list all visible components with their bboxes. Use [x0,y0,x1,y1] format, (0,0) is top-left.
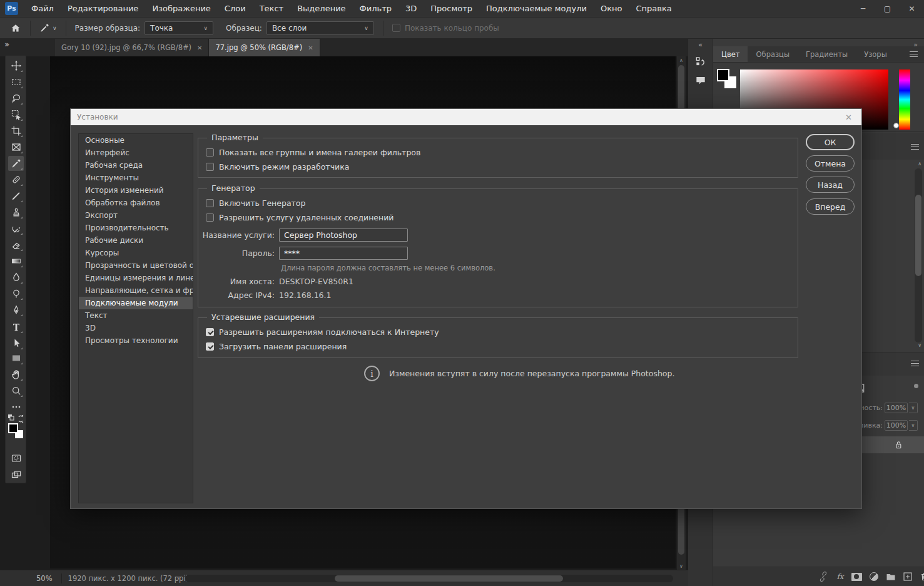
new-group-icon[interactable] [885,571,896,582]
blur-tool[interactable] [8,270,24,285]
menu-11[interactable]: Справка [629,0,678,18]
panel-scrollbar[interactable] [915,168,922,342]
tab-close-icon[interactable]: ✕ [197,44,202,51]
checkbox-option[interactable]: Разрешить расширениям подключаться к Инт… [198,325,798,339]
menu-4[interactable]: Текст [253,0,291,18]
sidebar-item[interactable]: Рабочие диски [79,234,193,247]
quick-mask-button[interactable] [8,451,24,466]
foreground-color-swatch[interactable] [717,69,729,81]
ok-button[interactable]: ОК [806,134,855,150]
chevron-down-icon[interactable]: ∨ [53,25,57,31]
opacity-value[interactable]: 100% [885,403,908,413]
dialog-close-icon[interactable]: ✕ [842,113,855,122]
document-tab[interactable]: Gory 10 (92).jpg @ 66,7% (RGB/8#)✕ [55,39,209,56]
menu-7[interactable]: 3D [399,0,424,18]
lasso-tool[interactable] [8,91,24,106]
gradient-tool[interactable] [8,254,24,269]
menu-10[interactable]: Окно [594,0,629,18]
scroll-left-icon[interactable]: ‹ [177,573,180,582]
scrollbar-thumb[interactable] [915,195,921,276]
sidebar-item[interactable]: Направляющие, сетка и фрагменты [79,284,193,297]
forward-button[interactable]: Вперед [806,198,855,215]
sidebar-item[interactable]: Прозрачность и цветовой охват [79,259,193,272]
menu-8[interactable]: Просмотр [424,0,479,18]
checkbox-icon[interactable] [206,199,214,207]
toolbar-collapse-icon[interactable]: » [4,40,9,49]
hue-strip[interactable] [899,69,910,130]
scroll-down-icon[interactable]: ∨ [918,342,921,348]
back-button[interactable]: Назад [806,177,855,193]
scrollbar-thumb[interactable] [335,575,563,582]
horizontal-scrollbar[interactable] [185,575,673,582]
checkbox-option[interactable]: Показать все группы и имена галереи филь… [198,145,798,160]
eyedropper-tool[interactable] [8,156,24,171]
move-tool[interactable] [8,58,24,73]
sidebar-item[interactable]: Экспорт [79,209,193,222]
add-layer-mask-icon[interactable] [851,571,862,582]
hue-slider-marker[interactable] [893,123,899,128]
fill-value[interactable]: 100% [885,420,908,431]
sidebar-item[interactable]: Рабочая среда [79,159,193,172]
delete-layer-icon[interactable] [919,571,924,582]
home-icon[interactable] [10,23,21,34]
tab-close-icon[interactable]: ✕ [308,44,313,51]
checkbox-icon[interactable] [206,163,214,171]
dodge-tool[interactable] [8,286,24,301]
zoom-tool[interactable] [8,383,24,398]
sidebar-item[interactable]: История изменений [79,184,193,197]
sidebar-item[interactable]: Обработка файлов [79,197,193,209]
hand-tool[interactable] [8,367,24,382]
type-tool[interactable] [8,319,24,334]
screen-mode-button[interactable] [8,468,24,483]
adjustment-layer-icon[interactable] [868,571,880,582]
eyedropper-tool-options[interactable]: ∨ [39,23,57,33]
link-layers-icon[interactable] [818,571,829,582]
path-selection-tool[interactable] [8,336,24,351]
rectangular-marquee-tool[interactable] [8,75,24,90]
menu-5[interactable]: Выделение [290,0,352,18]
panel-menu-icon[interactable] [911,144,919,150]
panel-tab-образцы[interactable]: Образцы [748,46,798,62]
edit-toolbar-button[interactable] [8,399,24,414]
sidebar-item[interactable]: Подключаемые модули [79,297,193,309]
checkbox-option[interactable]: Включить Генератор [198,196,798,210]
chevron-down-icon[interactable]: ∨ [909,420,918,431]
document-tab[interactable]: 77.jpg @ 50% (RGB/8#)✕ [209,39,320,56]
probe-ring-checkbox[interactable]: Показать кольцо пробы [392,24,499,33]
frame-tool[interactable] [8,140,24,155]
sidebar-item[interactable]: Производительность [79,222,193,234]
scroll-down-icon[interactable]: ∨ [677,562,686,570]
checkbox-icon[interactable] [206,342,214,351]
menu-6[interactable]: Фильтр [353,0,399,18]
foreground-color-swatch[interactable] [8,423,18,433]
menu-3[interactable]: Слои [218,0,253,18]
checkbox-icon[interactable] [206,148,214,157]
history-brush-tool[interactable] [8,221,24,236]
chevron-down-icon[interactable]: ∨ [909,403,918,413]
panel-tab-цвет[interactable]: Цвет [713,46,748,62]
scroll-up-icon[interactable]: ∧ [918,161,921,167]
menu-0[interactable]: Файл [24,0,61,18]
rectangle-shape-tool[interactable] [8,351,24,366]
sidebar-item[interactable]: Интерфейс [79,146,193,159]
new-layer-icon[interactable] [902,571,913,582]
checkbox-icon[interactable] [206,213,214,222]
checkbox-icon[interactable] [392,24,400,32]
crop-tool[interactable] [8,123,24,138]
sample-size-select[interactable]: Точка ∨ [145,21,213,35]
password-input[interactable]: **** [279,247,408,260]
checkbox-option[interactable]: Разрешить услугу удаленных соединений [198,210,798,225]
sidebar-item[interactable]: Курсоры [79,247,193,259]
quick-selection-tool[interactable] [8,107,24,122]
menu-9[interactable]: Подключаемые модули [479,0,594,18]
brush-tool[interactable] [8,188,24,203]
checkbox-option[interactable]: Включить режим разработчика [198,160,798,174]
sidebar-item[interactable]: Текст [79,309,193,322]
history-panel-icon[interactable] [694,55,707,68]
dialog-titlebar[interactable]: Установки ✕ [71,109,861,125]
maximize-button[interactable]: ▢ [875,0,900,18]
menu-2[interactable]: Изображение [145,0,217,18]
pen-tool[interactable] [8,302,24,317]
panel-menu-icon[interactable] [911,361,919,366]
sample-select[interactable]: Все слои ∨ [267,21,374,35]
